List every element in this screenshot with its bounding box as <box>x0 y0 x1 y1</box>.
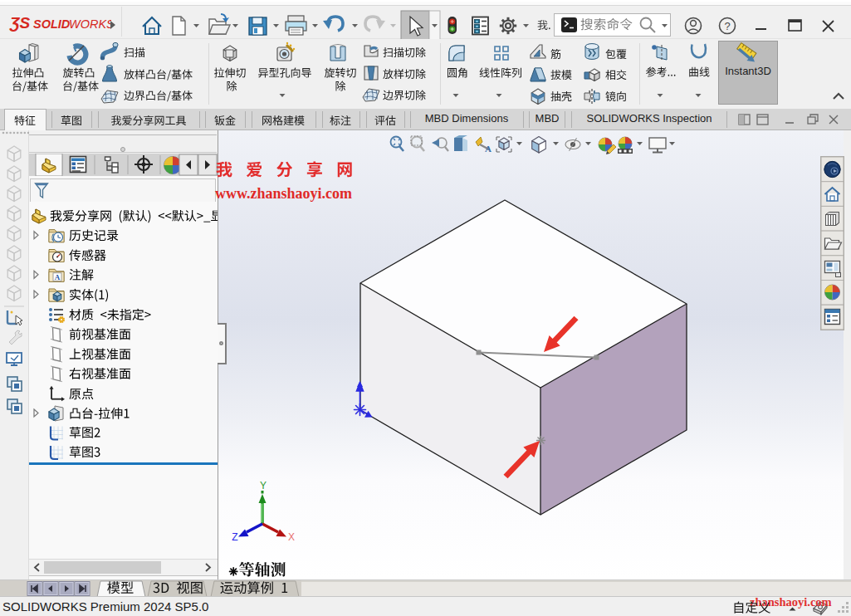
svg-text:Z: Z <box>232 531 237 543</box>
svg-text:SOLID: SOLID <box>33 17 71 31</box>
svg-text:X: X <box>288 531 295 543</box>
svg-text:?: ? <box>724 20 730 32</box>
svg-text:Y: Y <box>260 480 267 491</box>
svg-text:A: A <box>485 144 492 154</box>
svg-text:WORKS: WORKS <box>69 17 111 31</box>
svg-text:ƷS: ƷS <box>9 14 31 32</box>
